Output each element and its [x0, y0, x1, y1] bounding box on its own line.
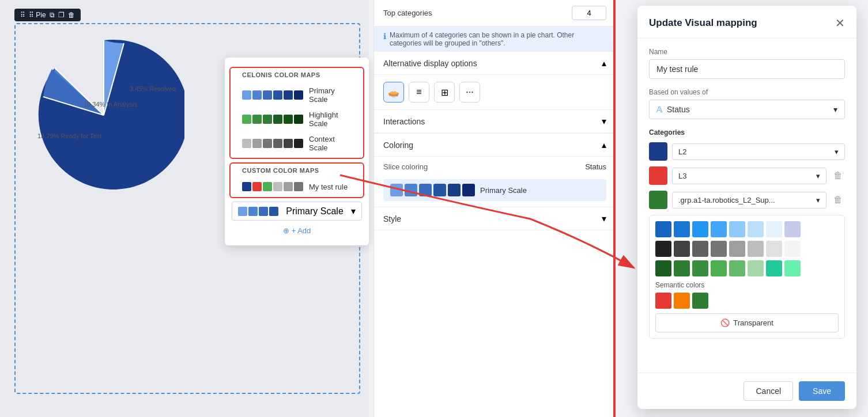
widget-duplicate-icon[interactable]: ❐ [58, 11, 65, 19]
color-maps-panel: CELONIS COLOR MAPS Primary Scale [225, 58, 369, 245]
context-scale-label: Context Scale [309, 135, 352, 152]
swatch [294, 90, 303, 100]
swatch [252, 139, 262, 148]
color-swatch[interactable] [729, 241, 745, 257]
color-swatch[interactable] [766, 260, 782, 276]
color-swatch[interactable] [784, 221, 801, 237]
slice-coloring-row: Slice coloring Status [374, 157, 616, 177]
color-swatch[interactable] [748, 241, 764, 257]
primary-scale-label: Primary Scale [309, 86, 352, 104]
color-swatch[interactable] [655, 221, 671, 237]
swatch [263, 90, 272, 100]
color-swatch[interactable] [766, 221, 782, 237]
coloring-header[interactable]: Coloring [374, 134, 616, 157]
ps-swatch [462, 184, 475, 196]
widget-icon: ⠿ [20, 11, 25, 19]
ps-swatch [419, 184, 432, 196]
semantic-color-red[interactable] [655, 293, 671, 309]
color-swatch[interactable] [692, 260, 708, 276]
color-swatch[interactable] [784, 260, 801, 276]
semantic-colors-label: Semantic colors [655, 281, 839, 289]
widget-delete-icon[interactable]: 🗑 [68, 11, 75, 19]
transparent-icon: 🚫 [720, 319, 730, 327]
category-color-grp[interactable] [649, 191, 667, 209]
category-color-l2[interactable] [649, 142, 667, 161]
display-icons-row: 🥧 ≡ ⊞ ··· [383, 82, 606, 103]
swatch [242, 182, 251, 191]
table-view-btn[interactable]: ⊞ [434, 82, 455, 103]
highlight-scale-swatches [242, 115, 303, 124]
primary-scale-dropdown[interactable]: Primary Scale [232, 202, 362, 221]
category-select-grp[interactable]: .grp.a1-ta.robotics_L2_Sup... [672, 192, 827, 208]
chevron-down-icon [835, 147, 839, 156]
chevron-up-icon [602, 139, 606, 150]
close-button[interactable]: ✕ [835, 16, 845, 30]
interactions-header[interactable]: Interactions [374, 110, 616, 133]
highlight-scale-item[interactable]: Highlight Scale [234, 107, 360, 131]
slice-coloring-value: Status [585, 162, 606, 171]
alt-display-section-header[interactable]: Alternative display options [374, 52, 616, 75]
style-header[interactable]: Style [374, 207, 616, 230]
semantic-color-green[interactable] [692, 293, 708, 309]
color-picker-grid: Semantic colors 🚫 Transparent [649, 215, 845, 339]
add-label: + Add [292, 226, 311, 235]
color-swatch[interactable] [711, 221, 727, 237]
primary-scale-item[interactable]: Primary Scale [234, 83, 360, 107]
color-swatch[interactable] [784, 241, 801, 257]
my-test-rule-item[interactable]: My test rule [234, 179, 360, 195]
pie-label-analysis: 10.34% In Analysis [84, 101, 137, 108]
more-options-btn[interactable]: ··· [459, 82, 480, 103]
color-swatch[interactable] [692, 221, 708, 237]
color-swatch[interactable] [674, 241, 690, 257]
swatch [284, 139, 293, 148]
celonis-section-inner: CELONIS COLOR MAPS Primary Scale [231, 68, 363, 158]
add-button[interactable]: ⊕ + Add [225, 223, 369, 238]
swatch [284, 182, 293, 191]
pie-view-btn[interactable]: 🥧 [383, 82, 404, 103]
update-panel-header: Update Visual mapping ✕ [637, 6, 856, 39]
color-swatch[interactable] [674, 221, 690, 237]
interactions-label: Interactions [383, 117, 425, 126]
swatch [242, 90, 251, 100]
color-swatch[interactable] [655, 241, 671, 257]
color-swatch[interactable] [692, 241, 708, 257]
color-swatch[interactable] [711, 260, 727, 276]
chevron-down-icon [602, 213, 606, 224]
color-swatch[interactable] [766, 241, 782, 257]
category-select-l2[interactable]: L2 [672, 143, 845, 160]
color-swatch[interactable] [655, 260, 671, 276]
category-value-grp: .grp.a1-ta.robotics_L2_Sup... [678, 196, 775, 204]
widget-copy-icon[interactable]: ⧉ [50, 11, 55, 19]
category-select-l3[interactable]: L3 [672, 168, 827, 184]
semantic-color-orange[interactable] [674, 293, 690, 309]
alt-display-label: Alternative display options [383, 59, 477, 68]
name-input[interactable] [649, 59, 845, 79]
category-row-l3: L3 🗑 [649, 166, 845, 185]
color-swatch[interactable] [729, 260, 745, 276]
chevron-down-icon [351, 206, 356, 217]
color-swatch[interactable] [711, 241, 727, 257]
swatch [269, 207, 278, 216]
context-scale-item[interactable]: Context Scale [234, 131, 360, 156]
delete-category-l3[interactable]: 🗑 [831, 168, 845, 183]
chevron-up-icon [602, 58, 606, 69]
primary-scale-bar[interactable]: Primary Scale [383, 179, 606, 201]
color-swatch[interactable] [674, 260, 690, 276]
custom-section-inner: CUSTOM COLOR MAPS My test rule [231, 164, 363, 197]
save-button[interactable]: Save [799, 381, 845, 401]
color-swatch[interactable] [748, 221, 764, 237]
transparent-button[interactable]: 🚫 Transparent [655, 313, 839, 332]
alt-display-options: 🥧 ≡ ⊞ ··· [374, 75, 616, 110]
bar-view-btn[interactable]: ≡ [409, 82, 429, 103]
cancel-button[interactable]: Cancel [744, 381, 793, 401]
resize-handle[interactable] [613, 0, 616, 417]
category-color-l3[interactable] [649, 166, 667, 185]
delete-category-grp[interactable]: 🗑 [831, 192, 845, 207]
color-swatch[interactable] [729, 221, 745, 237]
color-swatch[interactable] [748, 260, 764, 276]
based-on-select[interactable]: 𝔸 Status [649, 100, 845, 119]
swatch [263, 182, 272, 191]
chevron-down-icon [833, 105, 837, 114]
pie-label-ready: 13.79% Ready for Test [37, 132, 101, 139]
top-categories-input[interactable] [572, 6, 606, 20]
